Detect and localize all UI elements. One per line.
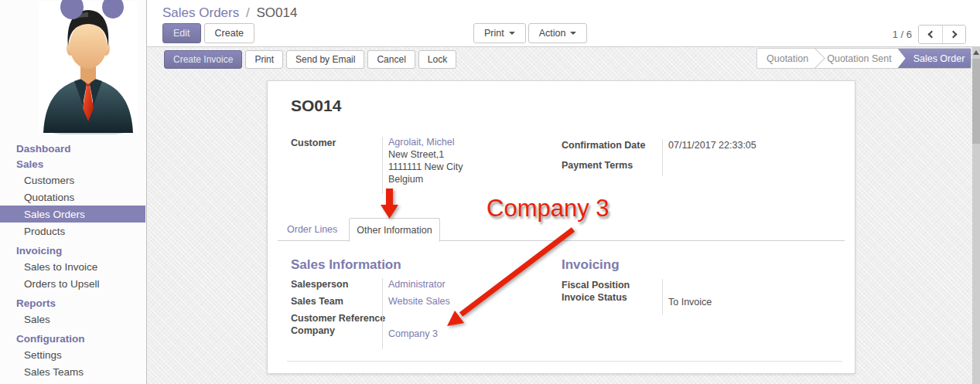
sidebar-item-products[interactable]: Products (0, 223, 145, 240)
sidebar-item-sales-orders[interactable]: Sales Orders (0, 206, 145, 223)
sidebar-menu: Dashboard Sales Customers Quotations Sal… (0, 141, 145, 380)
status-step-quotation-sent[interactable]: Quotation Sent (818, 49, 900, 68)
previous-record-button[interactable] (919, 25, 942, 43)
status-step-quotation[interactable]: Quotation (757, 49, 818, 68)
customer-address-line: 1111111 New City (388, 161, 463, 173)
breadcrumb-separator: / (243, 5, 253, 20)
tab-other-information[interactable]: Other Information (349, 218, 440, 242)
company-label: Company (291, 325, 335, 336)
top-bar: Sales Orders / SO014 Edit Create Print A… (147, 0, 980, 47)
payment-terms-label: Payment Terms (562, 160, 633, 171)
sidebar-item-customers[interactable]: Customers (0, 172, 145, 189)
sidebar: Dashboard Sales Customers Quotations Sal… (0, 0, 147, 384)
send-by-email-button[interactable]: Send by Email (286, 50, 364, 69)
status-pipeline: Quotation Quotation Sent Sales Order (756, 48, 971, 69)
action-dropdown-label: Action (539, 28, 566, 39)
sidebar-item-reports[interactable]: Reports (0, 295, 145, 311)
breadcrumb-sales-orders-link[interactable]: Sales Orders (162, 5, 239, 20)
create-invoice-button[interactable]: Create Invoice (164, 50, 242, 69)
status-step-label: Sales Order (913, 53, 965, 64)
customer-value: Agrolait, Michel New Street,1 1111111 Ne… (388, 136, 463, 185)
user-avatar (39, 2, 138, 134)
fiscal-position-label: Fiscal Position (562, 280, 630, 291)
sidebar-item-configuration[interactable]: Configuration (0, 331, 145, 346)
status-step-label: Quotation Sent (827, 53, 891, 64)
sales-team-link[interactable]: Website Sales (388, 296, 450, 307)
sidebar-item-invoicing[interactable]: Invoicing (0, 243, 145, 258)
tab-label: Other Information (357, 225, 432, 236)
company-link[interactable]: Company 3 (388, 328, 438, 339)
breadcrumb: Sales Orders / SO014 (162, 5, 297, 21)
customer-reference-label: Customer Reference (291, 313, 385, 324)
print-action-menus: Print Action (473, 23, 587, 43)
workflow-toolbar: Create Invoice Print Send by Email Cance… (164, 50, 456, 69)
sales-information-section-title: Sales Information (291, 257, 401, 273)
create-button[interactable]: Create (204, 23, 255, 43)
breadcrumb-current: SO014 (256, 5, 297, 20)
order-title: SO014 (291, 97, 341, 115)
chevron-right-icon (949, 31, 957, 39)
field-separator-line (662, 279, 663, 314)
print-dropdown[interactable]: Print (473, 23, 526, 43)
lock-button[interactable]: Lock (418, 50, 456, 69)
sidebar-item-reports-sales[interactable]: Sales (0, 311, 145, 328)
businessman-avatar-image (39, 2, 138, 134)
customer-name-link[interactable]: Agrolait, Michel (388, 136, 463, 148)
sheet-bottom-divider (287, 361, 842, 362)
print-button[interactable]: Print (245, 50, 283, 69)
pager-buttons (918, 25, 966, 44)
confirmation-date-label: Confirmation Date (562, 140, 645, 151)
sidebar-item-orders-to-upsell[interactable]: Orders to Upsell (0, 275, 145, 292)
sales-order-form-sheet: SO014 Customer Agrolait, Michel New Stre… (267, 80, 855, 374)
caret-down-icon (570, 32, 576, 35)
scrollbar-thumb[interactable] (972, 59, 980, 144)
invoicing-section-title: Invoicing (562, 257, 620, 273)
customer-address-line: Belgium (388, 173, 463, 185)
sidebar-item-dashboard[interactable]: Dashboard (0, 141, 145, 156)
customer-label: Customer (291, 138, 336, 148)
sales-team-label: Sales Team (291, 296, 343, 307)
print-dropdown-label: Print (484, 28, 504, 39)
confirmation-date-value: 07/11/2017 22:33:05 (668, 140, 756, 151)
scroll-up-arrow-icon[interactable] (973, 50, 979, 55)
sidebar-item-quotations[interactable]: Quotations (0, 189, 145, 206)
field-separator-line (382, 137, 383, 194)
action-dropdown[interactable]: Action (528, 23, 588, 43)
invoice-status-value: To Invoice (668, 297, 712, 308)
sidebar-item-sales-teams[interactable]: Sales Teams (0, 363, 145, 380)
vertical-scrollbar[interactable] (972, 47, 980, 384)
sidebar-item-settings[interactable]: Settings (0, 346, 145, 363)
cancel-button[interactable]: Cancel (367, 50, 415, 69)
edit-button[interactable]: Edit (162, 23, 201, 43)
tab-order-lines[interactable]: Order Lines (287, 224, 337, 235)
record-actions: Edit Create (162, 23, 254, 43)
salesperson-label: Salesperson (291, 279, 348, 290)
chevron-left-icon (928, 31, 936, 39)
pager-value: 1 / 6 (893, 29, 912, 40)
sidebar-item-sales[interactable]: Sales (0, 156, 145, 172)
invoice-status-label: Invoice Status (562, 292, 627, 303)
field-separator-line (382, 278, 383, 349)
customer-address-line: New Street,1 (388, 148, 463, 161)
caret-down-icon (509, 32, 515, 35)
next-record-button[interactable] (942, 25, 965, 43)
salesperson-link[interactable]: Administrator (388, 279, 446, 290)
status-step-label: Quotation (767, 53, 808, 64)
field-separator-line (662, 139, 663, 176)
sidebar-item-sales-to-invoice[interactable]: Sales to Invoice (0, 258, 145, 275)
status-step-sales-order[interactable]: Sales Order (898, 49, 971, 68)
record-pager: 1 / 6 (893, 25, 966, 44)
